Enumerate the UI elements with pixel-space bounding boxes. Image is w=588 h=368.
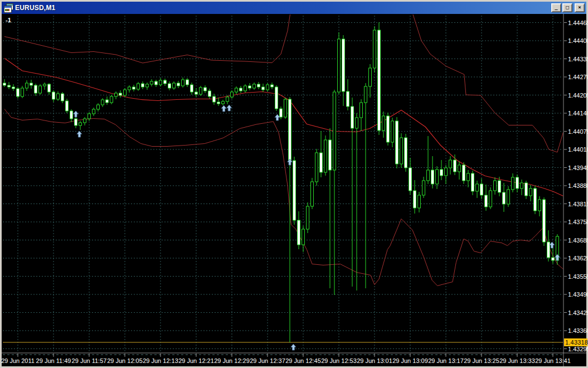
chart-window: EURUSD,M1 _ □ × 1.444651.444001.443351.4…	[0, 0, 588, 368]
indicator-corner-label: -1	[6, 17, 11, 23]
chart-plot[interactable]: 1.444651.444001.443351.442701.442051.441…	[0, 0, 588, 368]
price-axis[interactable]	[564, 14, 586, 353]
current-price-tag: 1.43318	[564, 338, 587, 346]
time-axis[interactable]	[2, 354, 563, 366]
